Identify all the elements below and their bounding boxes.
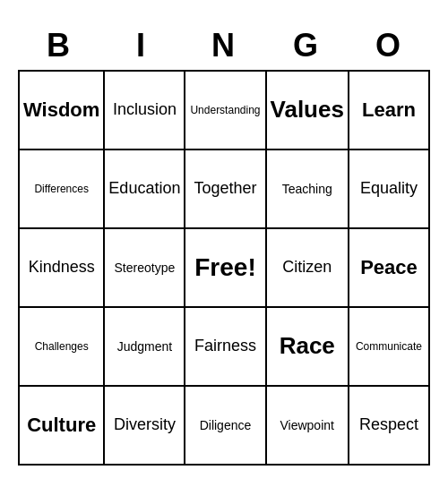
cell-text: Teaching <box>282 182 332 197</box>
cell-text: Viewpoint <box>280 418 333 433</box>
bingo-cell-r0-c2: Understanding <box>185 72 266 150</box>
bingo-cell-r4-c2: Diligence <box>185 387 266 466</box>
cell-text: Diversity <box>114 415 176 435</box>
cell-text: Diligence <box>200 418 252 433</box>
bingo-cell-r3-c2: Fairness <box>185 308 266 387</box>
bingo-cell-r2-c2: Free! <box>185 229 266 308</box>
bingo-cell-r4-c0: Culture <box>20 387 105 466</box>
cell-text: Stereotype <box>115 261 176 276</box>
cell-text: Fairness <box>194 337 256 356</box>
header-letter-o: O <box>348 21 430 70</box>
cell-text: Kindness <box>29 258 95 278</box>
bingo-cell-r1-c2: Together <box>185 150 266 229</box>
bingo-cell-r2-c1: Stereotype <box>105 229 185 308</box>
cell-text: Learn <box>362 98 416 122</box>
bingo-cell-r4-c1: Diversity <box>105 387 185 466</box>
bingo-cell-r1-c4: Equality <box>349 150 430 229</box>
cell-text: Understanding <box>190 104 260 116</box>
bingo-cell-r2-c0: Kindness <box>20 229 105 308</box>
bingo-card: BINGO WisdomInclusionUnderstandingValues… <box>18 21 430 466</box>
cell-text: Wisdom <box>23 98 99 122</box>
cell-text: Citizen <box>282 258 332 278</box>
cell-text: Respect <box>359 415 418 435</box>
bingo-cell-r2-c3: Citizen <box>267 229 349 308</box>
bingo-cell-r1-c3: Teaching <box>267 150 349 229</box>
cell-text: Judgment <box>117 339 172 355</box>
cell-text: Race <box>280 332 335 360</box>
bingo-header: BINGO <box>18 21 430 70</box>
header-letter-b: B <box>18 21 100 70</box>
bingo-cell-r4-c3: Viewpoint <box>267 387 349 466</box>
header-letter-i: I <box>100 21 183 70</box>
bingo-cell-r1-c0: Differences <box>20 150 105 229</box>
cell-text: Communicate <box>356 340 422 353</box>
cell-text: Challenges <box>35 340 89 353</box>
bingo-cell-r0-c1: Inclusion <box>105 72 185 150</box>
cell-text: Education <box>108 179 180 199</box>
cell-text: Inclusion <box>113 100 177 120</box>
bingo-cell-r0-c0: Wisdom <box>20 72 105 150</box>
cell-text: Free! <box>194 252 255 283</box>
cell-text: Equality <box>360 179 418 199</box>
cell-text: Culture <box>27 414 96 437</box>
bingo-cell-r3-c1: Judgment <box>105 308 185 387</box>
bingo-cell-r3-c0: Challenges <box>20 308 105 387</box>
cell-text: Values <box>271 96 344 124</box>
cell-text: Peace <box>360 256 418 279</box>
bingo-cell-r4-c4: Respect <box>349 387 430 466</box>
header-letter-g: G <box>265 21 348 70</box>
bingo-cell-r0-c4: Learn <box>349 72 430 150</box>
bingo-cell-r3-c4: Communicate <box>349 308 430 387</box>
bingo-cell-r0-c3: Values <box>267 72 349 150</box>
bingo-cell-r1-c1: Education <box>105 150 185 229</box>
bingo-cell-r2-c4: Peace <box>349 229 430 308</box>
bingo-grid: WisdomInclusionUnderstandingValuesLearnD… <box>18 70 430 466</box>
bingo-cell-r3-c3: Race <box>267 308 349 387</box>
header-letter-n: N <box>183 21 265 70</box>
cell-text: Differences <box>34 183 88 195</box>
cell-text: Together <box>194 179 256 199</box>
